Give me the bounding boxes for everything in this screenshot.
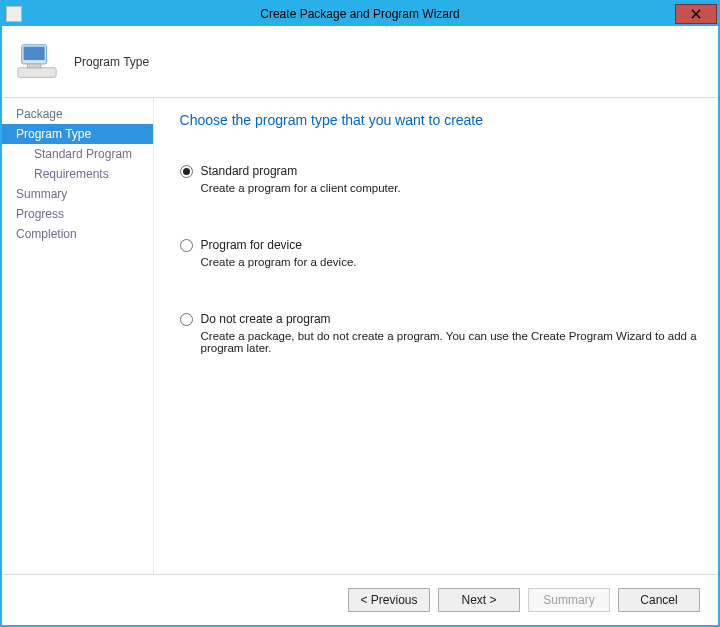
- option-label-device: Program for device: [201, 238, 302, 252]
- computer-icon: [14, 39, 60, 85]
- window-title: Create Package and Program Wizard: [2, 7, 718, 21]
- option-desc-standard: Create a program for a client computer.: [201, 182, 700, 194]
- svg-rect-4: [18, 67, 56, 77]
- sidebar-item-progress[interactable]: Progress: [2, 204, 153, 224]
- option-label-standard: Standard program: [201, 164, 298, 178]
- cancel-button[interactable]: Cancel: [618, 588, 700, 612]
- content-heading: Choose the program type that you want to…: [180, 112, 700, 128]
- content-pane: Choose the program type that you want to…: [154, 98, 718, 574]
- radio-none[interactable]: [180, 313, 193, 326]
- sidebar-item-package[interactable]: Package: [2, 104, 153, 124]
- app-icon: [6, 6, 22, 22]
- sidebar-item-program-type[interactable]: Program Type: [2, 124, 153, 144]
- option-desc-none: Create a package, but do not create a pr…: [201, 330, 700, 354]
- svg-rect-5: [27, 63, 40, 67]
- option-none: Do not create a program Create a package…: [180, 312, 700, 354]
- summary-button: Summary: [528, 588, 610, 612]
- wizard-window: Create Package and Program Wizard Progra…: [0, 0, 720, 627]
- header-title: Program Type: [74, 55, 149, 69]
- radio-standard[interactable]: [180, 165, 193, 178]
- previous-button[interactable]: < Previous: [348, 588, 430, 612]
- wizard-body: Package Program Type Standard Program Re…: [2, 98, 718, 575]
- option-standard: Standard program Create a program for a …: [180, 164, 700, 194]
- sidebar-item-summary[interactable]: Summary: [2, 184, 153, 204]
- sidebar-item-completion[interactable]: Completion: [2, 224, 153, 244]
- option-device: Program for device Create a program for …: [180, 238, 700, 268]
- sidebar-item-requirements[interactable]: Requirements: [2, 164, 153, 184]
- option-desc-device: Create a program for a device.: [201, 256, 700, 268]
- wizard-footer: < Previous Next > Summary Cancel: [2, 575, 718, 625]
- option-label-none: Do not create a program: [201, 312, 331, 326]
- sidebar: Package Program Type Standard Program Re…: [2, 98, 154, 574]
- titlebar: Create Package and Program Wizard: [2, 2, 718, 26]
- wizard-header: Program Type: [2, 26, 718, 98]
- next-button[interactable]: Next >: [438, 588, 520, 612]
- svg-rect-3: [24, 46, 45, 59]
- sidebar-item-standard-program[interactable]: Standard Program: [2, 144, 153, 164]
- close-icon: [691, 9, 701, 19]
- close-button[interactable]: [675, 4, 717, 24]
- radio-device[interactable]: [180, 239, 193, 252]
